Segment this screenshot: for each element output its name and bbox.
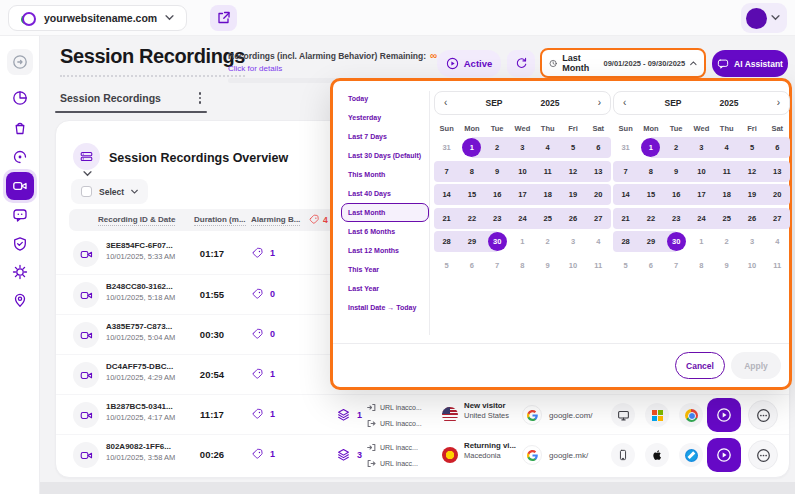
calendar-day[interactable]: 5 bbox=[434, 255, 459, 276]
calendar-day[interactable]: 15 bbox=[459, 184, 484, 205]
calendar-day[interactable]: 10 bbox=[560, 255, 585, 276]
calendar-day[interactable]: 1 bbox=[459, 137, 484, 158]
calendar-day[interactable]: 20 bbox=[586, 184, 611, 205]
calendar-day[interactable]: 20 bbox=[765, 184, 790, 205]
calendar-day[interactable]: 16 bbox=[485, 184, 510, 205]
calendar-day[interactable]: 25 bbox=[535, 208, 560, 229]
calendar-day[interactable]: 18 bbox=[714, 184, 739, 205]
refresh-button[interactable] bbox=[507, 50, 535, 77]
calendar-day[interactable]: 9 bbox=[714, 255, 739, 276]
column-alarming[interactable]: Alarming B... bbox=[251, 215, 300, 226]
calendar-day[interactable]: 10 bbox=[510, 161, 535, 182]
calendar-day[interactable]: 5 bbox=[560, 137, 585, 158]
date-range-button[interactable]: Last Month 09/01/2025 - 09/30/2025 bbox=[540, 48, 706, 78]
calendar-day[interactable]: 10 bbox=[689, 161, 714, 182]
sidebar-item-session-recordings[interactable] bbox=[3, 169, 37, 203]
calendar-day[interactable]: 10 bbox=[739, 255, 764, 276]
picker-preset-last-12-months[interactable]: Last 12 Months bbox=[341, 241, 429, 260]
calendar-day[interactable]: 14 bbox=[613, 184, 638, 205]
calendar-day[interactable]: 6 bbox=[765, 137, 790, 158]
column-recording-id[interactable]: Recording ID & Date bbox=[98, 215, 175, 226]
column-duration[interactable]: Duration (m... bbox=[194, 215, 246, 226]
calendar-day[interactable]: 5 bbox=[739, 137, 764, 158]
calendar-day[interactable]: 7 bbox=[485, 255, 510, 276]
calendar-day[interactable]: 12 bbox=[739, 161, 764, 182]
calendar-day[interactable]: 18 bbox=[535, 184, 560, 205]
calendar-day[interactable]: 8 bbox=[638, 161, 663, 182]
calendar-day[interactable]: 4 bbox=[535, 137, 560, 158]
calendar-day[interactable]: 7 bbox=[613, 161, 638, 182]
calendar-day[interactable]: 17 bbox=[510, 184, 535, 205]
calendar-day[interactable]: 1 bbox=[510, 231, 535, 252]
picker-preset-last-40-days[interactable]: Last 40 Days bbox=[341, 184, 429, 203]
calendar-day[interactable]: 22 bbox=[459, 208, 484, 229]
active-filter-button[interactable]: Active bbox=[437, 50, 501, 77]
calendar-day[interactable]: 21 bbox=[434, 208, 459, 229]
calendar-day[interactable]: 6 bbox=[459, 255, 484, 276]
tab-menu-button[interactable] bbox=[192, 90, 208, 106]
calendar-day[interactable]: 2 bbox=[535, 231, 560, 252]
calendar-day[interactable]: 30 bbox=[485, 231, 510, 252]
sidebar-item-feedback[interactable] bbox=[7, 202, 33, 228]
calendar-day[interactable]: 31 bbox=[434, 137, 459, 158]
calendar-day[interactable]: 26 bbox=[739, 208, 764, 229]
calendar-day[interactable]: 4 bbox=[714, 137, 739, 158]
calendar-day[interactable]: 7 bbox=[434, 161, 459, 182]
calendar-day[interactable]: 23 bbox=[485, 208, 510, 229]
calendar-day[interactable]: 19 bbox=[739, 184, 764, 205]
select-checkbox[interactable] bbox=[81, 186, 92, 197]
calendar-day[interactable]: 3 bbox=[689, 137, 714, 158]
sidebar-item-privacy[interactable] bbox=[7, 231, 33, 257]
table-row[interactable]: 1B287BC5-0341...10/01/2025, 4:17 AM11:17… bbox=[56, 394, 789, 434]
account-menu[interactable] bbox=[741, 3, 787, 33]
picker-preset-today[interactable]: Today bbox=[341, 89, 429, 108]
calendar-day[interactable]: 2 bbox=[664, 137, 689, 158]
sidebar-item-settings[interactable] bbox=[7, 259, 33, 285]
calendar-day[interactable]: 13 bbox=[765, 161, 790, 182]
calendar-day[interactable]: 28 bbox=[613, 231, 638, 252]
open-site-button[interactable] bbox=[210, 5, 237, 31]
picker-preset-this-year[interactable]: This Year bbox=[341, 260, 429, 279]
calendar-day[interactable]: 2 bbox=[714, 231, 739, 252]
play-recording-button[interactable] bbox=[707, 438, 741, 472]
calendar-day[interactable]: 4 bbox=[586, 231, 611, 252]
tab-session-recordings[interactable]: Session Recordings bbox=[60, 92, 161, 104]
picker-preset-last-year[interactable]: Last Year bbox=[341, 279, 429, 298]
calendar-day[interactable]: 17 bbox=[689, 184, 714, 205]
calendar-day[interactable]: 7 bbox=[664, 255, 689, 276]
next-month-button[interactable]: › bbox=[598, 98, 601, 108]
calendar-day[interactable]: 5 bbox=[613, 255, 638, 276]
prev-month-button[interactable]: ‹ bbox=[444, 98, 447, 108]
calendar-day[interactable]: 1 bbox=[638, 137, 663, 158]
calendar-day[interactable]: 28 bbox=[434, 231, 459, 252]
sidebar-item-behavior[interactable] bbox=[7, 144, 33, 170]
calendar-day[interactable]: 8 bbox=[689, 255, 714, 276]
calendar-day[interactable]: 9 bbox=[664, 161, 689, 182]
calendar-day[interactable]: 24 bbox=[510, 208, 535, 229]
row-more-button[interactable] bbox=[748, 440, 778, 470]
sidebar-item-collapse[interactable] bbox=[7, 49, 33, 75]
sidebar-item-locations[interactable] bbox=[7, 287, 33, 313]
calendar-day[interactable]: 27 bbox=[586, 208, 611, 229]
sidebar-item-analytics[interactable] bbox=[7, 85, 33, 111]
calendar-day[interactable]: 11 bbox=[535, 161, 560, 182]
calendar-day[interactable]: 25 bbox=[714, 208, 739, 229]
calendar-day[interactable]: 3 bbox=[560, 231, 585, 252]
calendar-day[interactable]: 23 bbox=[664, 208, 689, 229]
site-selector[interactable]: yourwebsitename.com bbox=[8, 5, 187, 31]
calendar-day[interactable]: 1 bbox=[689, 231, 714, 252]
picker-preset-this-month[interactable]: This Month bbox=[341, 165, 429, 184]
ai-assistant-button[interactable]: AI Assistant bbox=[712, 50, 788, 77]
calendar-day[interactable]: 8 bbox=[459, 161, 484, 182]
calendar-day[interactable]: 2 bbox=[485, 137, 510, 158]
picker-preset-last-30-days-default-[interactable]: Last 30 Days (Default) bbox=[341, 146, 429, 165]
cancel-button[interactable]: Cancel bbox=[675, 352, 725, 379]
calendar-day[interactable]: 29 bbox=[638, 231, 663, 252]
play-recording-button[interactable] bbox=[707, 398, 741, 432]
picker-preset-yesterday[interactable]: Yesterday bbox=[341, 108, 429, 127]
calendar-day[interactable]: 30 bbox=[664, 231, 689, 252]
overview-collapse-chevron[interactable] bbox=[83, 171, 92, 177]
picker-preset-last-7-days[interactable]: Last 7 Days bbox=[341, 127, 429, 146]
calendar-day[interactable]: 22 bbox=[638, 208, 663, 229]
calendar-day[interactable]: 9 bbox=[535, 255, 560, 276]
